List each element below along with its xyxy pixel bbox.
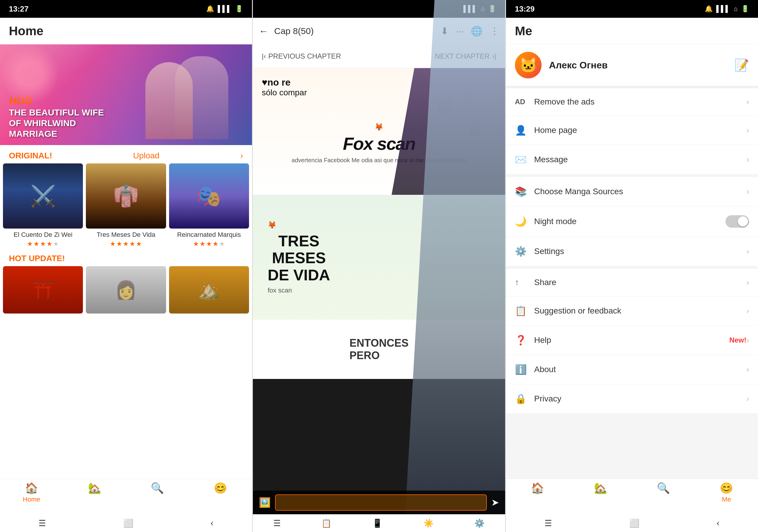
- menu-item-feedback[interactable]: 📋 Suggestion or feedback ›: [506, 296, 758, 326]
- send-icon[interactable]: ➤: [491, 497, 499, 508]
- home-icon: 🏠: [531, 482, 544, 494]
- share-icon: ↑: [515, 278, 530, 287]
- reader-chapters-icon[interactable]: 📋: [321, 518, 331, 528]
- nav-me[interactable]: 😊: [203, 482, 238, 496]
- reader-back-button[interactable]: ←: [259, 26, 268, 37]
- avatar: 🐱: [515, 52, 541, 79]
- homepage-icon: 👤: [515, 125, 530, 136]
- image-icon[interactable]: 🖼️: [259, 497, 271, 508]
- manga-cover-2: 👘: [86, 163, 166, 229]
- message-icon: ✉️: [515, 154, 530, 165]
- edit-profile-icon[interactable]: 📝: [734, 58, 749, 72]
- me-icon: 😊: [720, 482, 733, 494]
- menu-gesture-me[interactable]: ☰: [544, 518, 552, 528]
- menu-item-about[interactable]: ℹ️ About ›: [506, 355, 758, 384]
- upload-arrow[interactable]: ›: [240, 151, 243, 160]
- star-2: ★: [33, 240, 39, 248]
- back-gesture[interactable]: ‹: [211, 518, 213, 528]
- nav-home[interactable]: 🏠 Home: [14, 482, 49, 503]
- me-nav-shelf[interactable]: 🏡: [583, 482, 618, 496]
- hot-card-3[interactable]: 🏔️: [169, 266, 249, 314]
- reader-panel: ▌▌▌ ⌂ 🔋 ← Cap 8(50) ⬇ ··· 🌐 ⋮ |‹ PREVIOU…: [253, 0, 505, 532]
- help-icon: ❓: [515, 335, 530, 346]
- star-2: ★: [199, 240, 205, 248]
- home-nav-icon: 🏠: [25, 482, 38, 494]
- home-nav-label: Home: [23, 496, 40, 503]
- notification-icon: 🔔: [705, 5, 713, 13]
- night-mode-label: Night mode: [534, 217, 725, 226]
- star-1: ★: [110, 240, 116, 248]
- me-section-3: ↑ Share › 📋 Suggestion or feedback › ❓ H…: [506, 269, 758, 413]
- night-mode-toggle[interactable]: [725, 215, 749, 228]
- manga-card-2[interactable]: 👘 Tres Meses De Vida ★ ★ ★ ★ ★: [86, 163, 166, 248]
- reader-pages-icon[interactable]: 📱: [372, 518, 383, 528]
- reader-settings-icon[interactable]: ⚙️: [474, 518, 485, 528]
- menu-item-manga-sources[interactable]: 📚 Choose Manga Sources ›: [506, 177, 758, 206]
- reader-comment-input[interactable]: [275, 494, 487, 511]
- message-label: Message: [534, 155, 746, 164]
- upload-label[interactable]: Upload: [133, 151, 159, 160]
- reader-menu-icon[interactable]: ☰: [273, 518, 281, 528]
- prev-chapter-btn[interactable]: |‹ PREVIOUS CHAPTER: [262, 52, 341, 60]
- star-1: ★: [193, 240, 199, 248]
- help-chevron: ›: [746, 335, 749, 345]
- share-chevron: ›: [746, 278, 749, 287]
- home-gesture-me[interactable]: ⬜: [629, 518, 639, 528]
- me-time: 13:29: [515, 4, 535, 14]
- reader-brightness-icon[interactable]: ☀️: [424, 518, 434, 528]
- manga-stars-2: ★ ★ ★ ★ ★: [110, 240, 142, 248]
- star-1: ★: [27, 240, 33, 248]
- homepage-chevron: ›: [746, 125, 749, 135]
- menu-item-share[interactable]: ↑ Share ›: [506, 269, 758, 296]
- fox-scan-label: fox scan: [268, 286, 292, 294]
- nav-search[interactable]: 🔍: [140, 482, 175, 496]
- home-status-icons: 🔔 ▌▌▌ 🔋: [206, 5, 243, 13]
- home-gesture[interactable]: ⬜: [123, 518, 133, 528]
- home-header: Home: [0, 18, 252, 45]
- ads-label: Remove the ads: [534, 97, 746, 107]
- profile-name: Алекс Огнев: [549, 60, 727, 71]
- back-gesture-me[interactable]: ‹: [716, 518, 719, 528]
- settings-chevron: ›: [746, 247, 749, 256]
- home-bottom-nav: 🏠 Home 🏡 🔍 😊: [0, 479, 252, 514]
- nav-shelf[interactable]: 🏡: [77, 482, 112, 496]
- menu-item-ads[interactable]: AD Remove the ads ›: [506, 88, 758, 116]
- menu-item-message[interactable]: ✉️ Message ›: [506, 145, 758, 174]
- hot-card-1[interactable]: ⛩️: [3, 266, 83, 314]
- hot-grid: ⛩️ 👩 🏔️: [0, 266, 252, 314]
- star-5: ★: [136, 240, 142, 248]
- hot-section-header: HOT UPDATE!: [0, 248, 252, 266]
- about-label: About: [534, 365, 746, 374]
- hot-card-2[interactable]: 👩: [86, 266, 166, 314]
- star-2: ★: [116, 240, 122, 248]
- menu-item-settings[interactable]: ⚙️ Settings ›: [506, 237, 758, 266]
- me-gesture-bar: ☰ ⬜ ‹: [506, 514, 758, 532]
- home-banner[interactable]: HUG THE BEAUTIFUL WIFEOF WHIRLWINDMARRIA…: [0, 45, 252, 145]
- ads-chevron: ›: [746, 97, 749, 107]
- menu-gesture[interactable]: ☰: [39, 518, 46, 528]
- star-3: ★: [40, 240, 46, 248]
- message-chevron: ›: [746, 155, 749, 164]
- star-5: ★: [53, 240, 59, 248]
- shelf-nav-icon: 🏡: [88, 482, 101, 494]
- me-nav-home[interactable]: 🏠: [520, 482, 555, 496]
- prev-chevron: |‹: [262, 52, 266, 60]
- menu-item-help[interactable]: ❓ Help New! ›: [506, 326, 758, 355]
- manga-card-1[interactable]: ⚔️ El Cuento De Zi Wei ★ ★ ★ ★ ★: [3, 163, 83, 248]
- me-nav-me[interactable]: 😊 Me: [709, 482, 744, 503]
- home-status-bar: 13:27 🔔 ▌▌▌ 🔋: [0, 0, 252, 18]
- manga-card-3[interactable]: 🎭 Reincarnated Marquis ★ ★ ★ ★ ★: [169, 163, 249, 248]
- manga-sources-label: Choose Manga Sources: [534, 187, 746, 196]
- manga-char-1: ⚔️: [3, 163, 83, 229]
- menu-item-privacy[interactable]: 🔒 Privacy ›: [506, 384, 758, 413]
- menu-item-homepage[interactable]: 👤 Home page ›: [506, 116, 758, 145]
- star-3: ★: [123, 240, 129, 248]
- me-status-icons: 🔔 ▌▌▌ ⌂ 🔋: [705, 5, 749, 13]
- manga-title-2: Tres Meses De Vida: [95, 231, 156, 239]
- star-4: ★: [213, 240, 219, 248]
- menu-item-night-mode[interactable]: 🌙 Night mode: [506, 206, 758, 237]
- me-label: Me: [722, 496, 731, 503]
- manga-page-2: 🦊 TRESMESESDE VIDA fox scan capitulo 8: [253, 195, 505, 320]
- me-nav-search[interactable]: 🔍: [646, 482, 681, 496]
- notification-icon: 🔔: [206, 5, 214, 13]
